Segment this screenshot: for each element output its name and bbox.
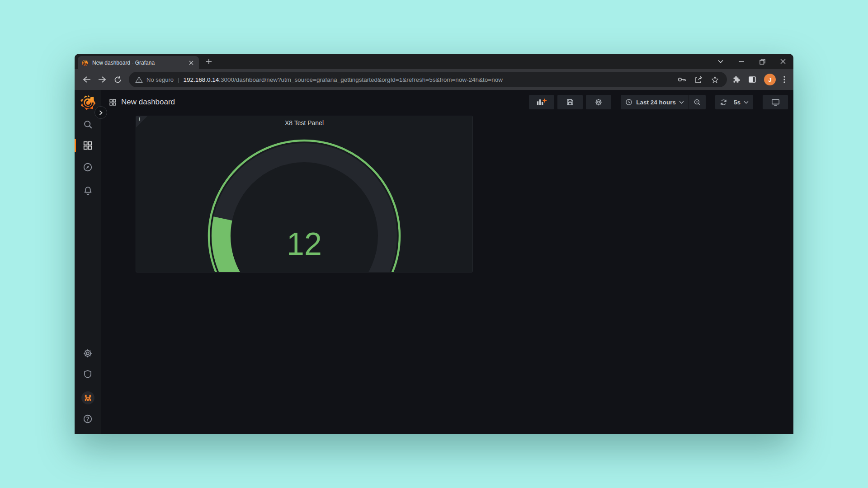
save-icon: [566, 98, 574, 106]
browser-window: New dashboard - Grafana: [75, 54, 793, 434]
window-controls: [710, 54, 793, 69]
forward-arrow-icon[interactable]: [94, 72, 110, 87]
refresh-interval-label: 5s: [734, 99, 741, 106]
server-admin-shield-icon: [83, 369, 92, 379]
omnibox-icons: [678, 76, 719, 84]
dashboards-grid-icon: [83, 141, 93, 150]
url-path: :3000/dashboard/new?utm_source=grafana_g…: [219, 76, 503, 83]
browser-tab-strip: New dashboard - Grafana: [75, 54, 793, 69]
settings-gear-icon: [594, 98, 603, 106]
extensions-puzzle-icon[interactable]: [732, 75, 741, 84]
search-icon: [83, 120, 93, 129]
refresh-interval-picker[interactable]: 5s: [732, 95, 753, 109]
desktop-background: New dashboard - Grafana: [0, 0, 868, 488]
sidebar-item-search[interactable]: [80, 117, 95, 131]
window-close-button[interactable]: [773, 54, 793, 69]
gauge-value-text: 12: [287, 226, 322, 262]
sidebar-active-indicator: [75, 139, 76, 152]
dashboard-title-group[interactable]: New dashboard: [109, 98, 175, 107]
save-dashboard-button[interactable]: [557, 95, 583, 109]
page-title: New dashboard: [121, 98, 175, 107]
browser-profile-avatar[interactable]: J: [764, 74, 776, 85]
security-label[interactable]: No seguro: [146, 76, 174, 83]
sidebar-item-server-admin[interactable]: [80, 367, 95, 381]
browser-menu-kebab-icon[interactable]: [783, 76, 785, 83]
url-text[interactable]: 192.168.0.14:3000/dashboard/new?utm_sour…: [183, 76, 672, 83]
address-bar[interactable]: No seguro | 192.168.0.14:3000/dashboard/…: [129, 72, 727, 87]
time-range-picker[interactable]: Last 24 hours: [621, 95, 689, 109]
time-controls-group: Last 24 hours: [621, 95, 706, 109]
add-panel-button[interactable]: [529, 95, 554, 109]
sidebar-item-dashboards[interactable]: [80, 138, 95, 153]
dashboard-toolbar: Last 24 hours: [529, 95, 788, 109]
sidebar-item-configuration[interactable]: [80, 346, 95, 361]
grafana-favicon: [81, 59, 89, 66]
grafana-main: New dashboard: [101, 90, 793, 434]
tv-monitor-icon: [771, 99, 780, 106]
explore-compass-icon: [83, 162, 93, 172]
side-panel-icon[interactable]: [748, 75, 756, 84]
chevron-down-icon: [679, 101, 684, 104]
tab-search-chevron-icon[interactable]: [710, 54, 731, 69]
user-avatar: [81, 391, 94, 404]
time-range-label: Last 24 hours: [636, 99, 676, 106]
tab-title: New dashboard - Grafana: [92, 60, 184, 66]
new-tab-button[interactable]: [203, 55, 215, 68]
refresh-icon: [720, 99, 727, 106]
bookmark-star-icon[interactable]: [711, 76, 719, 84]
grafana-sidebar: [75, 90, 101, 434]
help-icon: [83, 414, 93, 424]
reload-icon[interactable]: [110, 72, 125, 87]
sidebar-item-user-profile[interactable]: [80, 390, 95, 405]
password-key-icon[interactable]: [678, 77, 686, 82]
user-avatar-glyph: [84, 394, 92, 402]
gauge-value-arc: [221, 219, 245, 272]
gauge-panel[interactable]: i X8 Test Panel 12: [136, 116, 473, 272]
cycle-view-mode-button[interactable]: [763, 95, 788, 109]
browser-toolbar: No seguro | 192.168.0.14:3000/dashboard/…: [75, 69, 793, 90]
back-arrow-icon[interactable]: [79, 72, 94, 87]
sidebar-item-help[interactable]: [80, 412, 95, 426]
zoom-out-time-button[interactable]: [689, 95, 706, 109]
grafana-app: New dashboard: [75, 90, 793, 434]
alerting-bell-icon: [83, 186, 93, 196]
toolbar-right-icons: J: [731, 74, 789, 85]
add-panel-icon: [537, 98, 547, 106]
sidebar-item-explore[interactable]: [80, 160, 95, 174]
sidebar-item-alerting[interactable]: [80, 183, 95, 198]
window-minimize-button[interactable]: [731, 54, 752, 69]
clock-icon: [625, 99, 632, 106]
configuration-gear-icon: [83, 348, 93, 358]
panel-title[interactable]: X8 Test Panel: [136, 119, 472, 127]
sidebar-expand-button[interactable]: [94, 106, 107, 119]
dashboard-header: New dashboard: [101, 90, 793, 114]
chevron-down-icon: [744, 101, 749, 104]
tab-close-icon[interactable]: [187, 59, 195, 67]
refresh-controls-group: 5s: [715, 95, 753, 109]
dashboard-apps-icon: [109, 99, 117, 106]
dashboard-settings-button[interactable]: [586, 95, 611, 109]
refresh-button[interactable]: [715, 95, 732, 109]
zoom-out-icon: [693, 99, 701, 106]
not-secure-warning-icon: [135, 76, 143, 83]
gauge-chart: 12: [136, 116, 472, 272]
share-icon[interactable]: [695, 76, 703, 84]
url-domain: 192.168.0.14: [183, 76, 219, 83]
browser-tab[interactable]: New dashboard - Grafana: [78, 56, 199, 69]
window-restore-button[interactable]: [752, 54, 773, 69]
grafana-logo[interactable]: [80, 94, 96, 111]
url-separator: |: [178, 76, 179, 83]
